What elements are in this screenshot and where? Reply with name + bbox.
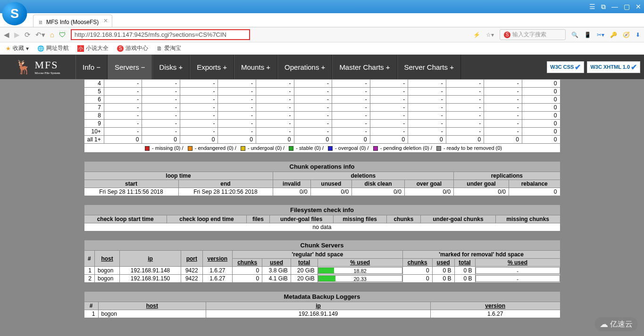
nav-info-[interactable]: Info − (75, 55, 108, 79)
nav-mounts-[interactable]: Mounts + (234, 55, 277, 79)
tab-bar: 🗎 MFS Info (MooseFS) ✕ (0, 13, 644, 27)
key-icon[interactable]: 🔑 (610, 32, 617, 38)
col-num: # (84, 302, 98, 310)
col-num: # (84, 251, 95, 267)
minimize-icon[interactable]: — (611, 3, 618, 10)
col-version[interactable]: version (202, 251, 233, 267)
nav-operations-[interactable]: Operations + (277, 55, 332, 79)
tab-title: MFS Info (MooseFS) (46, 19, 99, 25)
book-icon: 小 (77, 45, 84, 52)
col-total[interactable]: total (291, 259, 318, 267)
col-mused[interactable]: used (432, 259, 454, 267)
col-rebalance: rebalance (509, 180, 560, 188)
col-marked: 'marked for removal' hdd space (402, 251, 560, 259)
loggers-title: Metadata Backup Loggers (84, 292, 560, 302)
logger-row: 1bogon192.168.91.1491.6.27 (84, 310, 560, 318)
col-chunks[interactable]: chunks (233, 259, 262, 267)
scissors-icon[interactable]: ✂▾ (597, 32, 604, 38)
col-deletions: deletions (273, 172, 454, 180)
goal-row: 10+-----------0 (84, 128, 560, 136)
star-icon[interactable]: ☆▾ (486, 32, 494, 38)
nav-disks-[interactable]: Disks + (152, 55, 190, 79)
fs-col: missing files (333, 215, 386, 223)
flash-icon[interactable]: ⚡ (473, 32, 480, 38)
shield-icon[interactable]: 🛡 (59, 31, 66, 39)
reload-button[interactable]: ⟳ (25, 31, 31, 39)
col-start: start (84, 180, 178, 188)
w3c-xhtml-badge[interactable]: W3C XHTML 1.0✔ (587, 61, 640, 73)
col-pused[interactable]: % used (318, 259, 402, 267)
mfs-nav: Info −Servers −Disks +Exports +Mounts +O… (75, 55, 461, 79)
fs-col: under-goal chunks (421, 215, 496, 223)
maximize-icon[interactable]: ▢ (624, 3, 630, 10)
forward-button[interactable]: ▶ (14, 31, 20, 39)
browser-tab[interactable]: 🗎 MFS Info (MooseFS) ✕ (33, 15, 112, 27)
goal-row: 6-----------0 (84, 96, 560, 104)
col-used[interactable]: used (262, 259, 291, 267)
chunk-servers-table: Chunk Servers # host ip port version 're… (84, 240, 560, 283)
undo-button[interactable]: ↶▾ (35, 31, 45, 39)
nav-master-charts-[interactable]: Master Charts + (332, 55, 397, 79)
tabs-icon[interactable]: ⧉ (601, 3, 606, 11)
chunk-server-row: 2bogon192.168.91.15094221.6.27 04.1 GiB2… (84, 275, 560, 283)
bookmarks-bar: ★收藏▾ 🌐网址导航 小小说大全 S游戏中心 🗎爱淘宝 (0, 42, 644, 55)
col-ip[interactable]: ip (120, 251, 181, 267)
col-invalid: invalid (273, 180, 310, 188)
address-bar: ◀ ▶ ⟳ ↶▾ ⌂ 🛡 http://192.168.91.147:9425/… (0, 27, 644, 42)
bookmark-game[interactable]: S游戏中心 (117, 44, 148, 52)
col-diskclean: disk clean (352, 180, 405, 188)
download-icon[interactable]: ⬇ (636, 32, 640, 38)
compass-icon[interactable]: 🧭 (623, 32, 630, 38)
col-host[interactable]: host (98, 302, 206, 310)
fs-check-title: Filesystem check info (84, 205, 560, 215)
col-port[interactable]: port (181, 251, 202, 267)
fs-check-table: Filesystem check info check loop start t… (84, 205, 560, 231)
home-button[interactable]: ⌂ (50, 31, 54, 39)
goal-row: 5-----------0 (84, 88, 560, 96)
col-mpused[interactable]: % used (475, 259, 560, 267)
fs-col: check loop start time (84, 215, 167, 223)
nav-exports-[interactable]: Exports + (190, 55, 234, 79)
star-icon: ★ (6, 45, 11, 52)
col-loop: loop time (84, 172, 273, 180)
browser-logo: S (2, 2, 27, 25)
bookmark-novel[interactable]: 小小说大全 (77, 44, 109, 52)
window-titlebar: ☰ ⧉ — ▢ ✕ (0, 0, 644, 13)
bookmark-fav[interactable]: ★收藏▾ (6, 44, 29, 52)
legend-row: - missing (0) / - endangered (0) / - und… (84, 144, 560, 153)
magnify-icon[interactable]: 🔍 (571, 32, 578, 38)
bookmark-taobao[interactable]: 🗎爱淘宝 (157, 44, 181, 52)
fs-col: files (247, 215, 270, 223)
col-end: end (178, 180, 273, 188)
globe-icon: 🌐 (37, 45, 44, 52)
page-icon: 🗎 (38, 19, 43, 25)
doc-icon: 🗎 (157, 45, 162, 52)
tab-close-icon[interactable]: ✕ (103, 17, 108, 24)
nav-server-charts-[interactable]: Server Charts + (397, 55, 461, 79)
mfs-logo: 🦌 MFSMoose File System (0, 59, 75, 75)
devices-icon[interactable]: 📱 (584, 32, 591, 38)
col-overgoal: over goal (404, 180, 453, 188)
col-host[interactable]: host (95, 251, 120, 267)
bookmark-nav[interactable]: 🌐网址导航 (37, 44, 69, 52)
col-ip[interactable]: ip (206, 302, 431, 310)
col-version[interactable]: version (430, 302, 560, 310)
url-input[interactable]: http://192.168.91.147:9425/mfs.cgi?secti… (71, 29, 250, 40)
col-mtotal[interactable]: total (454, 259, 475, 267)
moose-icon: 🦌 (15, 59, 32, 75)
nav-servers-[interactable]: Servers − (108, 55, 152, 79)
col-unused: unused (310, 180, 352, 188)
game-icon: S (117, 45, 124, 52)
usage-bar: - (476, 275, 560, 282)
search-input[interactable]: S 输入文字搜索 (500, 29, 566, 40)
w3c-css-badge[interactable]: W3C CSS✔ (547, 61, 584, 73)
back-button[interactable]: ◀ (4, 31, 9, 39)
col-mchunks[interactable]: chunks (402, 259, 432, 267)
close-icon[interactable]: ✕ (636, 3, 641, 10)
mfs-header: 🦌 MFSMoose File System Info −Servers −Di… (0, 55, 644, 79)
menu-icon[interactable]: ☰ (589, 3, 595, 10)
fs-col: check loop end time (167, 215, 246, 223)
fs-col: missing chunks (495, 215, 560, 223)
chunk-ops-title: Chunk operations info (84, 162, 560, 172)
search-placeholder: 输入文字搜索 (512, 31, 546, 39)
